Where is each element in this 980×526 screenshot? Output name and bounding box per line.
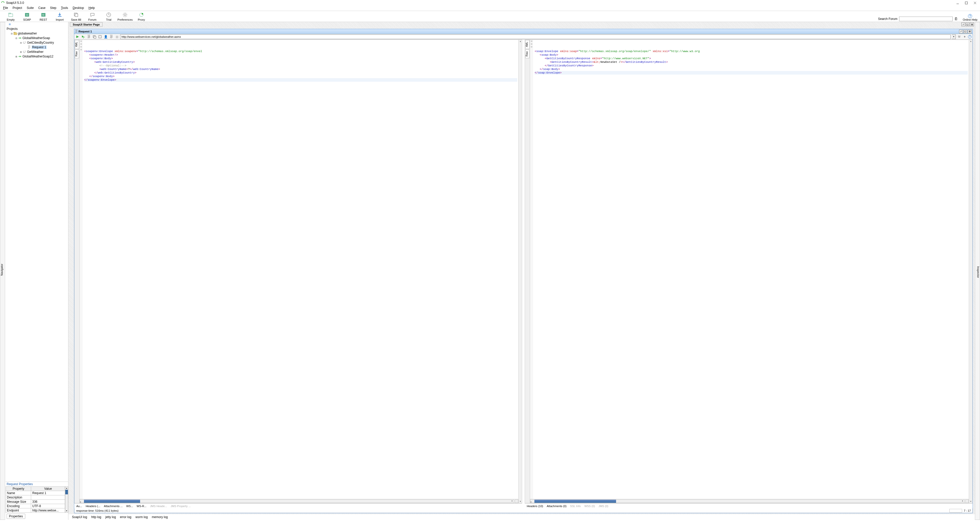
tree-node[interactable]: ⊟globalweather bbox=[6, 31, 68, 36]
properties-scrollbar[interactable]: ▴ ▾ bbox=[65, 486, 68, 513]
search-forum-input[interactable] bbox=[899, 17, 953, 21]
inspector-side-tab[interactable]: Inspector bbox=[975, 22, 980, 520]
request-xml-editor[interactable]: ⊟⊟⊟⊟ <soapenv:Envelope xmlns:soapenv="ht… bbox=[80, 40, 518, 499]
list-icon[interactable]: ≡ bbox=[9, 22, 11, 26]
help-small-icon[interactable]: ? bbox=[968, 35, 972, 38]
properties-table[interactable]: Property Value NameRequest 1DescriptionM… bbox=[6, 486, 65, 513]
subwin-maximize-icon[interactable]: ◱ bbox=[963, 30, 967, 33]
subwin-close-icon[interactable]: ⊠ bbox=[968, 30, 972, 33]
minimize-button[interactable] bbox=[956, 1, 959, 4]
pane-tab[interactable]: SSL Info bbox=[570, 505, 581, 508]
log-tab-memory-log[interactable]: memory log bbox=[152, 515, 168, 519]
pane-tab[interactable]: Headers (... bbox=[86, 505, 100, 508]
pane-tab[interactable]: Attachments (0) bbox=[547, 505, 566, 508]
pane-tab[interactable]: WS... bbox=[126, 505, 133, 508]
response-resize-corner[interactable] bbox=[965, 499, 969, 503]
toolbar-import-button[interactable]: Import bbox=[52, 12, 68, 21]
run-validate-button[interactable] bbox=[81, 35, 86, 39]
pane-tab[interactable]: Headers (10) bbox=[527, 505, 543, 508]
request-bottom-tabs[interactable]: Au...Headers (...Attachments ...WS...WS-… bbox=[74, 503, 522, 508]
expander-icon[interactable]: ⊞ bbox=[15, 55, 18, 58]
grid-icon[interactable]: ▦ bbox=[115, 35, 119, 39]
stop-icon[interactable] bbox=[98, 35, 102, 39]
side-tab-raw[interactable]: Raw bbox=[525, 49, 530, 58]
navigator-side-tab[interactable]: Navigator bbox=[0, 22, 5, 520]
property-row[interactable]: Endpointhttp://www.webse... bbox=[6, 508, 65, 513]
request-vscrollbar[interactable]: ▴▾ bbox=[518, 40, 522, 503]
menu-step[interactable]: Step bbox=[50, 6, 56, 10]
menu-case[interactable]: Case bbox=[38, 6, 45, 10]
toolbar-soap-button[interactable]: SOSOAP bbox=[19, 12, 35, 21]
expander-icon[interactable]: ⊟ bbox=[19, 41, 22, 44]
menu-help[interactable]: Help bbox=[89, 6, 95, 10]
tree-node[interactable]: ⊞GetWeather bbox=[6, 49, 68, 54]
property-row[interactable]: Message Size336 bbox=[6, 500, 65, 504]
toolbar-trial-button[interactable]: Trial bbox=[100, 12, 117, 21]
run-button[interactable] bbox=[75, 35, 80, 39]
person-icon[interactable]: 👤 bbox=[103, 35, 108, 39]
response-hscrollbar[interactable]: ◂▸ bbox=[530, 499, 965, 503]
starter-page-tab[interactable]: SoapUI Starter Page bbox=[70, 22, 103, 27]
toolbar-forum-button[interactable]: Forum bbox=[84, 12, 100, 21]
request-hscrollbar[interactable]: ◂▸ bbox=[80, 499, 514, 503]
toolbar-rest-button[interactable]: REREST bbox=[35, 12, 52, 21]
toolbar-prefs-button[interactable]: Preferences bbox=[117, 12, 133, 21]
menu-suite[interactable]: Suite bbox=[27, 6, 34, 10]
toolbar-saveall-button[interactable]: Save All bbox=[68, 12, 84, 21]
toolbar-proxy-button[interactable]: Proxy bbox=[133, 12, 150, 21]
tree-node[interactable]: ⊟GetCitiesByCountry bbox=[6, 40, 68, 45]
project-tree[interactable]: ⊟globalweather⊟GlobalWeatherSoap⊟GetCiti… bbox=[6, 31, 68, 481]
property-row[interactable]: Description bbox=[6, 495, 65, 500]
side-tab-xml[interactable]: XML bbox=[75, 40, 79, 49]
soap-action2-icon[interactable]: SOAP bbox=[109, 35, 114, 39]
expander-icon[interactable]: ⊞ bbox=[19, 51, 22, 53]
tools-icon[interactable]: ⚒ bbox=[957, 35, 961, 39]
subwin-minimize-icon[interactable]: ⤢ bbox=[959, 30, 963, 33]
side-tab-xml[interactable]: XML bbox=[525, 40, 530, 49]
response-bottom-tabs[interactable]: Headers (10)Attachments (0)SSL InfoWSS (… bbox=[525, 503, 973, 508]
property-row[interactable]: EncodingUTF-8 bbox=[6, 504, 65, 508]
response-xml-editor[interactable]: ⊟⊟⊟ <soap:Envelope xmlns:soap="http://sc… bbox=[530, 40, 969, 499]
starter-minimize-icon[interactable]: ⤢ bbox=[961, 22, 965, 26]
endpoint-dropdown[interactable]: ▾ bbox=[952, 35, 956, 39]
menu-file[interactable]: File bbox=[3, 6, 8, 10]
online-help-button[interactable]: ? Online Help bbox=[963, 14, 977, 21]
expander-icon[interactable]: ⊟ bbox=[15, 37, 18, 40]
footer-log-tabs[interactable]: SoapUI loghttp logjetty logerror logwsrm… bbox=[68, 514, 975, 520]
property-row[interactable]: NameRequest 1 bbox=[6, 491, 65, 495]
tree-node[interactable]: ⊟GlobalWeatherSoap bbox=[6, 36, 68, 40]
starter-maximize-icon[interactable]: ◱ bbox=[966, 22, 969, 26]
pane-tab[interactable]: JMS Property ... bbox=[171, 505, 191, 508]
soap-action-icon[interactable]: SOAP bbox=[86, 35, 91, 39]
side-tab-raw[interactable]: Raw bbox=[75, 49, 79, 58]
add-icon[interactable]: + bbox=[963, 35, 967, 39]
close-button[interactable] bbox=[974, 1, 977, 4]
pane-tab[interactable]: WSS (0) bbox=[584, 505, 595, 508]
log-tab-error-log[interactable]: error log bbox=[120, 515, 131, 519]
starter-close-icon[interactable]: ⊠ bbox=[970, 22, 974, 26]
menu-tools[interactable]: Tools bbox=[61, 6, 68, 10]
pane-tab[interactable]: Au... bbox=[76, 505, 82, 508]
pane-tab[interactable]: JMS (0) bbox=[598, 505, 608, 508]
log-tab-http-log[interactable]: http log bbox=[91, 515, 101, 519]
toolbar-empty-button[interactable]: Empty bbox=[3, 12, 19, 21]
tree-node[interactable]: ⊞GlobalWeatherSoap12 bbox=[6, 54, 68, 59]
clone-icon[interactable] bbox=[92, 35, 97, 39]
log-tab-jetty-log[interactable]: jetty log bbox=[105, 515, 116, 519]
request-subwindow-titlebar[interactable]: SOAP Request 1 ⤢ ◱ ⊠ bbox=[74, 29, 973, 34]
pane-tab[interactable]: JMS Heade... bbox=[150, 505, 167, 508]
calendar-icon[interactable]: 🗓 bbox=[954, 17, 958, 21]
endpoint-input[interactable] bbox=[120, 35, 951, 39]
log-tab-SoapUI-log[interactable]: SoapUI log bbox=[72, 515, 87, 519]
expander-icon[interactable]: ⊟ bbox=[10, 32, 13, 35]
log-tab-wsrm-log[interactable]: wsrm log bbox=[135, 515, 148, 519]
properties-tab[interactable]: Properties bbox=[6, 514, 25, 519]
pane-tab[interactable]: Attachments ... bbox=[104, 505, 123, 508]
request-resize-corner[interactable] bbox=[515, 499, 518, 503]
response-vscrollbar[interactable]: ▴▾ bbox=[969, 40, 972, 503]
tree-node[interactable]: SOAPRequest 1 bbox=[6, 45, 68, 49]
menu-project[interactable]: Project bbox=[13, 6, 22, 10]
pane-tab[interactable]: WS-R... bbox=[137, 505, 146, 508]
maximize-button[interactable] bbox=[965, 1, 968, 4]
menu-desktop[interactable]: Desktop bbox=[73, 6, 84, 10]
